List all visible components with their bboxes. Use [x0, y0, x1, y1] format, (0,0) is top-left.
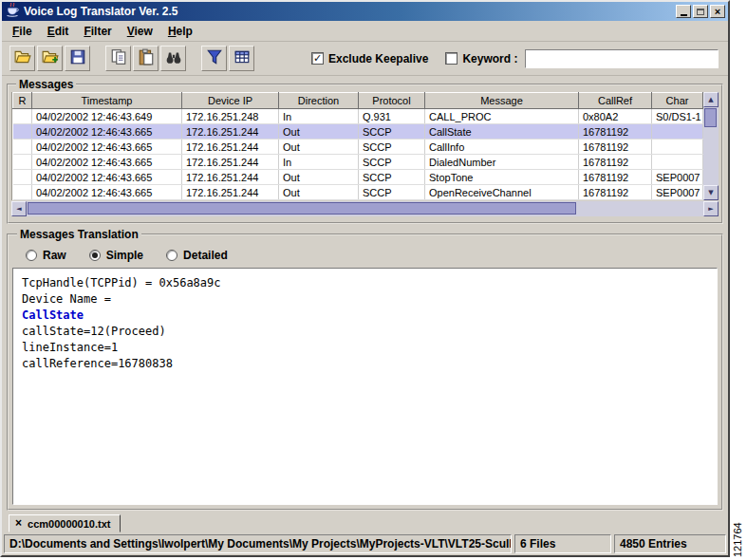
translation-line: callState=12(Proceed) [22, 324, 708, 340]
table-cell: S0/DS1-1 [652, 109, 703, 124]
java-cup-icon [5, 2, 20, 21]
column-header[interactable]: CallRef [579, 93, 652, 109]
app-window: Voice Log Translator Ver. 2.5 × FileEdit… [0, 0, 730, 557]
folder-open-icon [14, 48, 31, 69]
table-row[interactable]: 04/02/2002 12:46:43.665172.16.251.244Out… [13, 185, 703, 200]
scroll-up-icon[interactable]: ▲ [703, 92, 719, 107]
minimize-button[interactable] [676, 5, 691, 18]
table-cell: 16781192 [579, 155, 652, 170]
save-button[interactable] [65, 46, 90, 71]
menu-edit[interactable]: Edit [41, 23, 76, 40]
table-cell: 172.16.251.248 [182, 109, 279, 124]
table-cell [652, 155, 703, 170]
table-cell: 04/02/2002 12:46:43.665 [32, 155, 182, 170]
title-bar[interactable]: Voice Log Translator Ver. 2.5 × [2, 2, 728, 21]
table-cell: 04/02/2002 12:46:43.665 [32, 185, 182, 200]
radio-detailed[interactable]: Detailed [166, 249, 228, 262]
keyword-checkbox[interactable]: Keyword : [445, 52, 517, 65]
grid-view-button[interactable] [229, 46, 254, 71]
table-cell: SCCP [359, 185, 425, 200]
column-header[interactable]: Protocol [359, 93, 425, 109]
table-cell: 172.16.251.244 [182, 124, 279, 140]
radio-simple[interactable]: Simple [89, 249, 143, 262]
table-icon [233, 48, 251, 69]
horizontal-scroll-thumb[interactable] [28, 202, 576, 215]
minimize-icon [681, 14, 687, 16]
column-header[interactable]: Message [425, 93, 579, 109]
file-tab[interactable]: × ccm00000010.txt [9, 514, 121, 532]
table-cell: 16781192 [579, 185, 652, 200]
copy-button[interactable] [105, 46, 131, 71]
translation-line: Device Name = [22, 291, 708, 308]
table-cell: StopTone [425, 170, 579, 185]
messages-table: RTimestampDevice IPDirectionProtocolMess… [11, 92, 703, 200]
table-row[interactable]: 04/02/2002 12:46:43.665172.16.251.244Out… [13, 170, 703, 185]
keyword-label: Keyword : [462, 52, 517, 65]
menu-view[interactable]: View [121, 23, 159, 40]
table-cell: Out [279, 185, 359, 200]
file-tab-label: ccm00000010.txt [28, 518, 110, 530]
tab-close-icon[interactable]: × [15, 518, 22, 529]
column-header[interactable]: Device IP [182, 93, 279, 109]
radio-group: RawSimpleDetailed [12, 243, 718, 268]
column-header[interactable]: Direction [279, 93, 359, 109]
checkbox-checked-icon: ✓ [311, 52, 324, 65]
menu-file[interactable]: File [6, 23, 39, 40]
scroll-right-icon[interactable]: ► [703, 201, 719, 216]
checkbox-unchecked-icon [445, 52, 458, 65]
radio-label: Simple [106, 249, 143, 262]
table-cell: OpenReceiveChannel [425, 185, 579, 200]
vertical-scroll-thumb[interactable] [704, 108, 717, 127]
folder-add-icon [42, 48, 59, 69]
funnel-icon [206, 48, 223, 69]
table-cell: 04/02/2002 12:46:43.665 [32, 124, 182, 140]
table-cell: Q.931 [359, 109, 425, 124]
scroll-down-icon[interactable]: ▼ [703, 185, 719, 200]
keyword-input[interactable] [525, 49, 719, 68]
table-cell: DialedNumber [425, 155, 579, 170]
translation-line: lineInstance=1 [22, 340, 708, 356]
translation-line: TcpHandle(TCPPid) = 0x56a8a9c [22, 275, 708, 291]
table-cell: 04/02/2002 12:46:43.665 [32, 170, 182, 185]
filter-button[interactable] [201, 46, 227, 71]
table-row[interactable]: 04/02/2002 12:46:43.665172.16.251.244InS… [13, 155, 703, 170]
radio-label: Detailed [183, 249, 228, 262]
column-header[interactable]: R [13, 93, 32, 109]
open-multiple-button[interactable] [37, 46, 63, 71]
vertical-scrollbar[interactable]: ▲ ▼ [703, 92, 719, 200]
horizontal-scroll-track[interactable] [27, 201, 703, 216]
file-tab-bar: × ccm00000010.txt [2, 513, 728, 532]
table-cell [13, 109, 32, 124]
paste-button[interactable] [133, 46, 159, 71]
table-cell: 16781192 [579, 170, 652, 185]
table-cell [13, 170, 32, 185]
radio-circle-icon [89, 250, 101, 261]
table-row[interactable]: 04/02/2002 12:46:43.665172.16.251.244Out… [13, 124, 703, 140]
open-button[interactable] [9, 46, 35, 71]
toolbar: ✓ Exclude Keepalive Keyword : [2, 42, 728, 76]
table-row[interactable]: 04/02/2002 12:46:43.649172.16.251.248InQ… [13, 109, 703, 124]
exclude-keepalive-label: Exclude Keepalive [328, 52, 428, 65]
menu-filter[interactable]: Filter [77, 23, 118, 40]
exclude-keepalive-checkbox[interactable]: ✓ Exclude Keepalive [311, 52, 428, 65]
radio-raw[interactable]: Raw [26, 249, 66, 262]
table-cell [13, 185, 32, 200]
table-cell: 172.16.251.244 [182, 155, 279, 170]
table-cell [13, 140, 32, 155]
window-title: Voice Log Translator Ver. 2.5 [24, 5, 178, 18]
table-row[interactable]: 04/02/2002 12:46:43.665172.16.251.244Out… [13, 140, 703, 155]
menu-help[interactable]: Help [161, 23, 199, 40]
table-cell: SCCP [359, 170, 425, 185]
find-button[interactable] [160, 46, 186, 71]
column-header[interactable]: Timestamp [32, 93, 182, 109]
column-header[interactable]: Char [652, 93, 703, 109]
vertical-scroll-track[interactable] [703, 107, 719, 185]
table-cell: Out [279, 170, 359, 185]
table-cell: 172.16.251.244 [182, 170, 279, 185]
close-button[interactable]: × [710, 5, 725, 18]
horizontal-scrollbar[interactable]: ◄ ► [11, 201, 719, 216]
scroll-left-icon[interactable]: ◄ [11, 201, 27, 216]
maximize-button[interactable] [693, 5, 708, 18]
table-cell: SCCP [359, 140, 425, 155]
table-cell: 04/02/2002 12:46:43.649 [32, 109, 182, 124]
